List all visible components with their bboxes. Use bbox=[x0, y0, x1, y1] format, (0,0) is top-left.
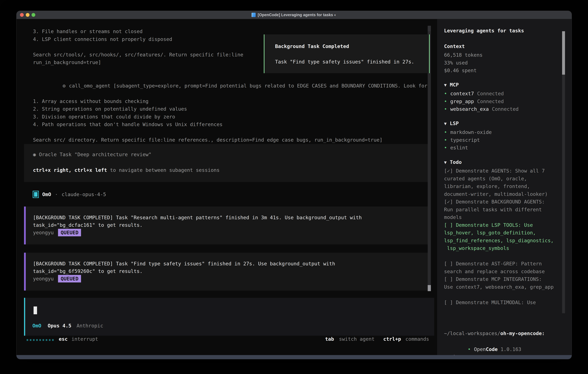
status-dot-icon: • bbox=[444, 98, 450, 105]
notification-body: Task "Find type safety issues" finished … bbox=[275, 59, 414, 65]
spinner-dot-icon bbox=[36, 339, 38, 341]
sidebar: Leveraging agents for tasks Context 66,5… bbox=[437, 19, 572, 355]
agent-icon bbox=[33, 191, 39, 198]
todo-line: [ ] Demonstrate MCP INTEGRATIONS: bbox=[444, 275, 563, 283]
notebook-icon bbox=[252, 13, 256, 17]
esc-key-action: interrupt bbox=[72, 336, 98, 342]
todo-line: document-writer, multimodal-looker) bbox=[444, 190, 563, 198]
terminal-line: Search src/ directory. Return specific f… bbox=[33, 136, 444, 144]
tab-key-hint: tab bbox=[325, 336, 334, 342]
context-stat-line: 33% used bbox=[444, 59, 483, 67]
separator-dot: · bbox=[55, 191, 58, 197]
chevron-down-icon: ▼ bbox=[444, 121, 447, 126]
agent-model: claude-opus-4-5 bbox=[62, 191, 106, 197]
tool-call-lines: 1. Array access without bounds checking2… bbox=[33, 97, 444, 144]
lsp-item: •eslint bbox=[444, 144, 492, 152]
spinner-dot-icon bbox=[52, 339, 54, 341]
spinner-dot-icon bbox=[39, 339, 41, 341]
message-line: task_id="bg_6f59260c" to get results. bbox=[33, 267, 429, 275]
mcp-list: •context7Connected•grep_appConnected•web… bbox=[444, 90, 519, 113]
mcp-item: •context7Connected bbox=[444, 90, 519, 98]
oracle-task-title: Oracle Task "Deep architecture review" bbox=[39, 152, 151, 157]
chevron-down-icon: ▼ bbox=[444, 160, 447, 165]
context-stats: 66,518 tokens33% used$0.46 spent bbox=[444, 51, 483, 74]
spinner-dot-icon bbox=[46, 339, 47, 341]
keyboard-shortcut: ctrl+x right, ctrl+x left bbox=[33, 167, 107, 173]
input-model-label: Opus 4.5 bbox=[48, 323, 71, 329]
scrollbar-track-segment bbox=[428, 26, 431, 31]
ctrlp-key-hint: ctrl+p bbox=[383, 336, 401, 342]
screen: [OpenCode] Leveraging agents for tasks ◐… bbox=[0, 0, 588, 374]
message-line: task_id="bg_dcfac161" to get results. bbox=[33, 221, 429, 229]
input-agent-label: OmO bbox=[32, 323, 41, 329]
todo-line: search and replace across codebase bbox=[444, 268, 563, 276]
lsp-list: •markdown-oxide•typescript•eslint bbox=[444, 128, 492, 152]
mcp-item: •websearch_exaConnected bbox=[444, 105, 519, 113]
oracle-task-hint: ctrl+x right, ctrl+x left to navigate be… bbox=[33, 167, 220, 173]
lsp-item: •typescript bbox=[444, 136, 492, 144]
background-task-message: [BACKGROUND TASK COMPLETED] Task "Find t… bbox=[24, 253, 429, 291]
background-task-message: [BACKGROUND TASK COMPLETED] Task "Resear… bbox=[24, 207, 429, 244]
notification-title: Background Task Completed bbox=[275, 43, 349, 49]
tool-call-text: call_omo_agent [subagent_type=explore, p… bbox=[69, 83, 427, 89]
oracle-task-card: ◉ Oracle Task "Deep architecture review"… bbox=[24, 144, 429, 182]
sidebar-scrollbar[interactable] bbox=[562, 31, 565, 313]
status-dot-icon: • bbox=[444, 90, 450, 98]
todo-line: [ ] Demonstrate LSP TOOLS: Use bbox=[444, 221, 563, 229]
scrollbar-thumb[interactable] bbox=[428, 285, 431, 291]
prompt-input[interactable]: OmO Opus 4.5 Anthropic bbox=[24, 298, 434, 336]
gear-icon: ⚙ bbox=[63, 82, 69, 90]
agent-name: OmO bbox=[42, 191, 51, 197]
status-bar: esc interrupt tab switch agent ctrl+p co… bbox=[17, 336, 437, 344]
status-badge: QUEUED bbox=[58, 229, 81, 236]
spinner-dot-icon bbox=[30, 339, 32, 341]
spinner-dot-icon bbox=[27, 339, 28, 341]
window-title-area: [OpenCode] Leveraging agents for tasks ◐ bbox=[17, 11, 572, 19]
todo-list: [✓] Demonstrate AGENTS: Show all 7curate… bbox=[444, 167, 563, 306]
status-dot-icon: • bbox=[444, 136, 450, 144]
todo-line: Use context7, websearch_exa, grep_app bbox=[444, 283, 563, 291]
context-stat-line: 66,518 tokens bbox=[444, 51, 483, 59]
todo-section-header[interactable]: ▼Todo bbox=[444, 159, 462, 165]
todo-line: librarian, explore, frontend, bbox=[444, 183, 563, 190]
tool-call-header: ⚙call_omo_agent [subagent_type=explore, … bbox=[33, 74, 444, 97]
todo-line: lsp_find_references, lsp_diagnostics, bbox=[444, 237, 563, 245]
lsp-section-header[interactable]: ▼LSP bbox=[444, 120, 459, 126]
todo-line: lsp_workspace_symbols bbox=[444, 244, 563, 252]
todo-line: [✓] Demonstrate BACKGROUND AGENTS: bbox=[444, 198, 563, 206]
input-provider-label: Anthropic bbox=[76, 323, 103, 329]
esc-key-hint: esc bbox=[59, 336, 68, 342]
status-dot-icon: • bbox=[444, 128, 450, 136]
todo-line: curated agents (OmO, oracle, bbox=[444, 175, 563, 183]
chevron-down-icon: ▼ bbox=[444, 83, 447, 87]
terminal-line: 2. String operations on potentially unde… bbox=[33, 105, 444, 113]
terminal-line bbox=[33, 128, 444, 136]
message-line: [BACKGROUND TASK COMPLETED] Task "Resear… bbox=[33, 214, 429, 221]
text-cursor bbox=[33, 306, 37, 314]
message-line: [BACKGROUND TASK COMPLETED] Task "Find t… bbox=[33, 260, 429, 267]
terminal-line: 4. Path operations that don't handle Win… bbox=[33, 121, 444, 128]
spinner-dots bbox=[27, 339, 54, 341]
todo-line: lsp_hover, lsp_goto_definition, bbox=[444, 229, 563, 237]
mcp-item: •grep_appConnected bbox=[444, 98, 519, 105]
status-dot-icon: • bbox=[444, 105, 450, 113]
tool-call-block: ⚙call_omo_agent [subagent_type=explore, … bbox=[33, 74, 444, 144]
todo-line: [✓] Demonstrate AGENTS: Show all 7 bbox=[444, 167, 563, 175]
context-stat-line: $0.46 spent bbox=[444, 67, 483, 74]
mcp-section-header[interactable]: ▼MCP bbox=[444, 82, 459, 88]
status-dot-icon: • bbox=[444, 144, 450, 152]
agent-header: OmO · claude-opus-4-5 bbox=[33, 190, 106, 198]
message-author: yeongyu bbox=[33, 276, 54, 281]
ctrlp-key-action: commands bbox=[405, 336, 429, 342]
todo-line: [ ] Demonstrate MULTIMODAL: Use bbox=[444, 299, 563, 306]
todo-line: [ ] Demonstrate AST-GREP: Pattern bbox=[444, 260, 563, 268]
terminal-line: 3. File handles or streams not closed bbox=[33, 28, 424, 35]
terminal-window: [OpenCode] Leveraging agents for tasks ◐… bbox=[16, 11, 572, 359]
todo-line: Run parallel tasks with different bbox=[444, 206, 563, 214]
scrollbar-thumb[interactable] bbox=[562, 31, 565, 75]
todo-line bbox=[444, 291, 563, 299]
message-author: yeongyu bbox=[33, 230, 54, 235]
window-bottom-edge bbox=[17, 355, 572, 359]
session-title: Leveraging agents for tasks bbox=[444, 28, 524, 33]
lsp-item: •markdown-oxide bbox=[444, 128, 492, 136]
